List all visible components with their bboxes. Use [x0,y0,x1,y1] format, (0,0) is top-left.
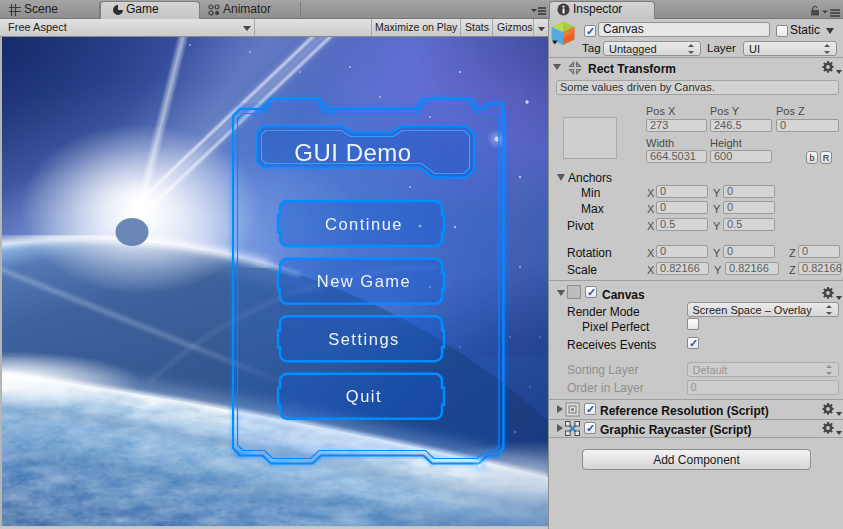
svg-text:Quit: Quit [346,387,382,405]
svg-text:GUI Demo: GUI Demo [294,139,411,166]
svg-text:New Game: New Game [317,272,412,290]
svg-text:Settings: Settings [328,330,400,348]
svg-text:Continue: Continue [325,215,403,233]
